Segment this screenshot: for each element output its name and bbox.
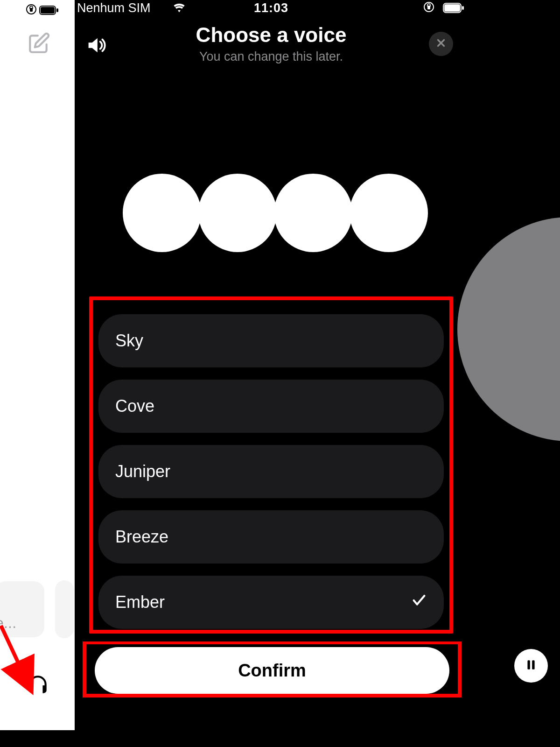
voice-option[interactable]: Juniper [98, 445, 444, 498]
voice-visualizer [123, 174, 428, 252]
voice-label: Breeze [115, 527, 168, 547]
battery-icon [39, 6, 59, 17]
bottom-black-bar [0, 730, 560, 747]
status-bar: Nenhum SIM 11:03 [75, 0, 467, 16]
voice-label: Ember [115, 592, 165, 612]
voice-orb [457, 217, 560, 441]
svg-rect-11 [527, 660, 530, 669]
check-icon [411, 592, 427, 613]
svg-rect-9 [444, 4, 460, 12]
lock-icon [26, 4, 37, 17]
svg-rect-3 [41, 7, 55, 14]
status-time: 11:03 [254, 1, 288, 15]
voice-option[interactable]: Ember [98, 576, 444, 629]
annotation-box-voices: SkyCoveJuniperBreezeEmber [89, 296, 453, 634]
message-placeholder: e... [0, 614, 16, 632]
voice-option[interactable]: Cove [98, 380, 444, 433]
pause-button[interactable] [514, 649, 548, 683]
visualizer-dot [274, 174, 352, 252]
voice-label: Juniper [115, 462, 170, 481]
suggestion-chip[interactable] [55, 580, 74, 638]
voice-label: Cove [115, 396, 154, 416]
visualizer-dot [198, 174, 277, 252]
sim-status: Nenhum SIM [77, 1, 151, 15]
visualizer-dot [123, 174, 201, 252]
pause-icon [525, 658, 537, 674]
confirm-label: Confirm [238, 661, 306, 681]
close-button[interactable] [429, 32, 453, 56]
svg-rect-4 [56, 8, 58, 12]
voice-label: Sky [115, 331, 143, 351]
annotation-box-confirm: Confirm [83, 641, 462, 698]
close-icon [435, 37, 447, 51]
modal-header: Choose a voice You can change this later… [75, 23, 467, 64]
battery-icon [443, 3, 464, 15]
voice-picker-modal: Nenhum SIM 11:03 Choose a voice You can … [75, 0, 467, 730]
background-left-panel: e... [0, 0, 75, 730]
svg-rect-12 [532, 660, 534, 669]
svg-rect-10 [462, 6, 464, 10]
lock-icon [423, 1, 434, 14]
modal-subtitle: You can change this later. [75, 49, 467, 64]
wifi-icon [172, 2, 186, 15]
visualizer-dot [350, 174, 428, 252]
voice-option[interactable]: Sky [98, 314, 444, 367]
headphones-icon[interactable] [26, 674, 49, 699]
svg-rect-7 [427, 6, 430, 9]
modal-title: Choose a voice [75, 23, 467, 47]
voice-option[interactable]: Breeze [98, 510, 444, 564]
svg-rect-1 [30, 8, 33, 12]
compose-icon[interactable] [27, 32, 50, 57]
background-right-panel [468, 0, 560, 730]
confirm-button[interactable]: Confirm [95, 647, 449, 694]
